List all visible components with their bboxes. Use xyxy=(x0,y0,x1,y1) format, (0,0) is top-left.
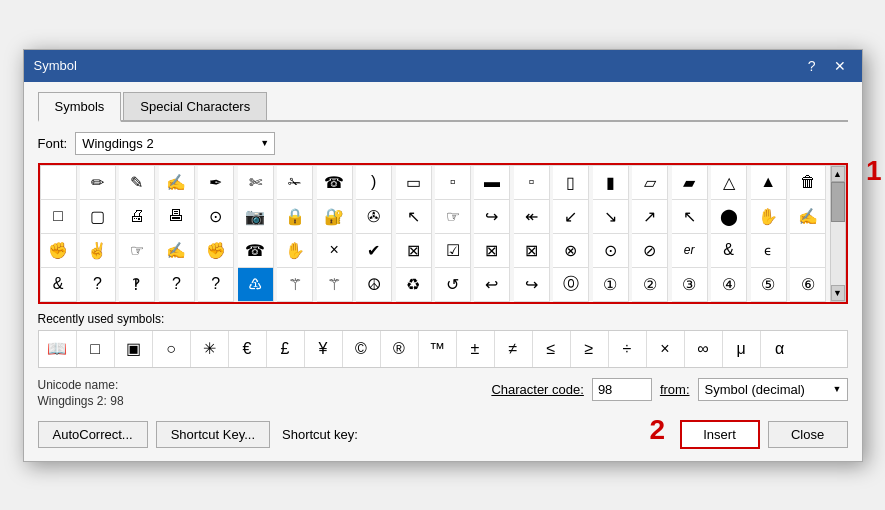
symbol-cell[interactable]: ? xyxy=(80,268,116,302)
symbol-cell[interactable]: ⬤ xyxy=(711,200,747,234)
recent-cell[interactable]: ® xyxy=(381,331,419,367)
symbol-cell[interactable]: ? xyxy=(198,268,234,302)
symbol-cell[interactable]: ↪ xyxy=(474,200,510,234)
symbol-cell[interactable]: er xyxy=(672,234,708,268)
recent-cell[interactable]: ○ xyxy=(153,331,191,367)
symbol-cell[interactable]: 🖨 xyxy=(119,200,155,234)
symbol-cell[interactable]: ✋ xyxy=(751,200,787,234)
recent-cell[interactable]: ÷ xyxy=(609,331,647,367)
recent-cell[interactable]: £ xyxy=(267,331,305,367)
symbol-cell[interactable]: ④ xyxy=(711,268,747,302)
symbol-cell[interactable]: ▫ xyxy=(514,166,550,200)
recent-cell[interactable]: ± xyxy=(457,331,495,367)
close-button[interactable]: ✕ xyxy=(828,57,852,75)
scrollbar-thumb[interactable] xyxy=(831,182,845,222)
symbol-cell[interactable]: ⓪ xyxy=(553,268,589,302)
symbol-cell[interactable]: ✏ xyxy=(80,166,116,200)
symbol-cell[interactable]: □ xyxy=(41,200,77,234)
symbol-cell[interactable]: ☎ xyxy=(238,234,274,268)
symbol-cell[interactable]: ✔ xyxy=(356,234,392,268)
font-select[interactable]: Wingdings 2 xyxy=(75,132,275,155)
symbol-cell[interactable]: ✒ xyxy=(198,166,234,200)
symbol-cell[interactable]: ↖ xyxy=(672,200,708,234)
symbol-cell[interactable]: ▢ xyxy=(80,200,116,234)
recent-cell[interactable]: μ xyxy=(723,331,761,367)
scrollbar-up[interactable]: ▲ xyxy=(831,166,845,182)
symbol-cell[interactable]: ⊠ xyxy=(396,234,432,268)
symbol-cell[interactable]: ✊ xyxy=(41,234,77,268)
symbol-cell[interactable]: ⊠ xyxy=(474,234,510,268)
symbol-cell[interactable]: ✎ xyxy=(119,166,155,200)
symbol-cell[interactable]: ▲ xyxy=(751,166,787,200)
symbol-cell[interactable]: ‽ xyxy=(119,268,155,302)
symbol-cell[interactable]: 🔒 xyxy=(277,200,313,234)
recent-cell[interactable]: × xyxy=(647,331,685,367)
symbol-cell[interactable]: ☎ xyxy=(317,166,353,200)
symbol-cell[interactable]: ✍ xyxy=(159,166,195,200)
symbol-cell[interactable]: ⑥ xyxy=(790,268,826,302)
symbol-cell[interactable]: ▱ xyxy=(632,166,668,200)
insert-button[interactable]: Insert xyxy=(680,420,760,449)
recent-cell[interactable]: ≤ xyxy=(533,331,571,367)
symbol-cell[interactable]: ↞ xyxy=(514,200,550,234)
symbol-cell[interactable]: ↙ xyxy=(553,200,589,234)
recent-cell[interactable]: ™ xyxy=(419,331,457,367)
symbol-cell[interactable]: ▭ xyxy=(396,166,432,200)
symbol-cell[interactable]: ☮ xyxy=(356,268,392,302)
symbol-cell[interactable]: ✍ xyxy=(159,234,195,268)
symbol-cell[interactable]: ✍ xyxy=(790,200,826,234)
symbol-cell[interactable]: ▫ xyxy=(435,166,471,200)
scrollbar[interactable]: ▲ ▼ xyxy=(830,165,846,302)
symbol-cell[interactable]: ▮ xyxy=(593,166,629,200)
recent-cell[interactable]: ≠ xyxy=(495,331,533,367)
symbol-cell[interactable]: ✁ xyxy=(277,166,313,200)
symbol-cell[interactable]: ▯ xyxy=(553,166,589,200)
recent-cell[interactable]: 📖 xyxy=(39,331,77,367)
symbol-cell[interactable] xyxy=(790,234,826,268)
symbol-cell[interactable]: ③ xyxy=(672,268,708,302)
symbol-cell[interactable]: ↺ xyxy=(435,268,471,302)
char-code-input[interactable] xyxy=(592,378,652,401)
symbol-cell[interactable]: ☞ xyxy=(119,234,155,268)
symbol-cell[interactable]: ✄ xyxy=(238,166,274,200)
symbol-cell[interactable]: ⚚ xyxy=(277,268,313,302)
tab-symbols[interactable]: Symbols xyxy=(38,92,122,122)
symbol-cell[interactable]: △ xyxy=(711,166,747,200)
symbol-cell[interactable]: & xyxy=(41,268,77,302)
symbol-cell[interactable]: ① xyxy=(593,268,629,302)
symbol-cell[interactable]: ↗ xyxy=(632,200,668,234)
symbol-cell[interactable]: ✌ xyxy=(80,234,116,268)
recent-cell[interactable]: α xyxy=(761,331,799,367)
symbol-cell[interactable]: ✊ xyxy=(198,234,234,268)
symbol-cell[interactable]: ⊠ xyxy=(514,234,550,268)
symbol-cell[interactable]: ↪ xyxy=(514,268,550,302)
symbol-cell[interactable]: ⑤ xyxy=(751,268,787,302)
symbol-cell[interactable]: ? xyxy=(159,268,195,302)
help-button[interactable]: ? xyxy=(802,57,822,75)
symbol-cell[interactable]: ▬ xyxy=(474,166,510,200)
symbol-cell[interactable]: ϵ xyxy=(751,234,787,268)
symbol-cell[interactable] xyxy=(41,166,77,200)
shortcut-key-button[interactable]: Shortcut Key... xyxy=(156,421,270,448)
close-dialog-button[interactable]: Close xyxy=(768,421,848,448)
symbol-cell[interactable]: ▰ xyxy=(672,166,708,200)
symbol-cell[interactable]: ② xyxy=(632,268,668,302)
from-select[interactable]: Symbol (decimal) xyxy=(698,378,848,401)
recent-cell[interactable]: ✳ xyxy=(191,331,229,367)
symbol-cell[interactable]: ⊘ xyxy=(632,234,668,268)
symbol-cell[interactable]: ↩ xyxy=(474,268,510,302)
recent-cell[interactable]: □ xyxy=(77,331,115,367)
symbol-cell[interactable]: ☞ xyxy=(435,200,471,234)
symbol-cell[interactable]: 🖶 xyxy=(159,200,195,234)
recent-cell[interactable]: ∞ xyxy=(685,331,723,367)
symbol-cell[interactable]: ↘ xyxy=(593,200,629,234)
recent-cell[interactable]: € xyxy=(229,331,267,367)
symbol-cell-selected[interactable]: ♳ xyxy=(238,268,274,302)
symbol-cell[interactable]: ↖ xyxy=(396,200,432,234)
symbol-cell[interactable]: ✋ xyxy=(277,234,313,268)
symbol-cell[interactable]: ⚚ xyxy=(317,268,353,302)
symbol-cell[interactable]: ⊗ xyxy=(553,234,589,268)
symbol-cell[interactable]: ✇ xyxy=(356,200,392,234)
tab-special-characters[interactable]: Special Characters xyxy=(123,92,267,120)
symbol-cell[interactable]: ) xyxy=(356,166,392,200)
